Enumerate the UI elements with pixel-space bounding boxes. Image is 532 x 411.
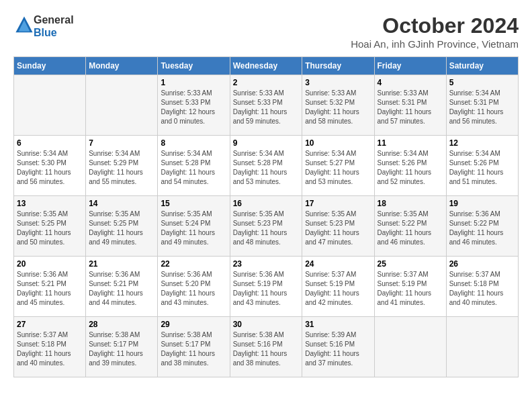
calendar-cell: 5Sunrise: 5:34 AM Sunset: 5:31 PM Daylig… (446, 75, 518, 136)
calendar-cell: 10Sunrise: 5:34 AM Sunset: 5:27 PM Dayli… (302, 136, 374, 196)
calendar-cell: 7Sunrise: 5:34 AM Sunset: 5:29 PM Daylig… (86, 136, 158, 196)
calendar-cell: 21Sunrise: 5:36 AM Sunset: 5:21 PM Dayli… (86, 257, 158, 317)
logo: General Blue (13, 13, 74, 39)
logo-general: General (34, 13, 74, 26)
logo-text: General Blue (34, 13, 74, 39)
calendar-cell: 8Sunrise: 5:34 AM Sunset: 5:28 PM Daylig… (158, 136, 230, 196)
day-number: 1 (161, 78, 226, 87)
calendar-cell: 9Sunrise: 5:34 AM Sunset: 5:28 PM Daylig… (230, 136, 302, 196)
day-number: 7 (89, 138, 154, 148)
calendar-cell (374, 317, 446, 377)
day-number: 15 (161, 199, 226, 208)
calendar-week-5: 27Sunrise: 5:37 AM Sunset: 5:18 PM Dayli… (14, 317, 519, 377)
header-day-tuesday: Tuesday (158, 57, 230, 75)
calendar-cell (14, 75, 86, 136)
calendar-week-2: 6Sunrise: 5:34 AM Sunset: 5:30 PM Daylig… (14, 136, 519, 196)
calendar-cell: 29Sunrise: 5:38 AM Sunset: 5:17 PM Dayli… (158, 317, 230, 377)
calendar-cell: 31Sunrise: 5:39 AM Sunset: 5:16 PM Dayli… (302, 317, 374, 377)
day-detail: Sunrise: 5:33 AM Sunset: 5:31 PM Dayligh… (378, 89, 443, 126)
calendar-cell: 17Sunrise: 5:35 AM Sunset: 5:23 PM Dayli… (302, 196, 374, 257)
generalblue-icon (15, 15, 34, 34)
day-detail: Sunrise: 5:33 AM Sunset: 5:33 PM Dayligh… (161, 89, 226, 126)
calendar-cell: 6Sunrise: 5:34 AM Sunset: 5:30 PM Daylig… (14, 136, 86, 196)
day-detail: Sunrise: 5:34 AM Sunset: 5:27 PM Dayligh… (305, 149, 371, 187)
day-number: 3 (305, 78, 371, 87)
day-number: 2 (233, 78, 300, 87)
calendar-table: SundayMondayTuesdayWednesdayThursdayFrid… (13, 56, 519, 377)
day-number: 9 (233, 138, 300, 148)
day-number: 26 (449, 259, 515, 269)
day-number: 24 (305, 259, 371, 269)
calendar-cell: 3Sunrise: 5:33 AM Sunset: 5:32 PM Daylig… (302, 75, 374, 136)
calendar-body: 1Sunrise: 5:33 AM Sunset: 5:33 PM Daylig… (14, 75, 519, 377)
day-detail: Sunrise: 5:38 AM Sunset: 5:17 PM Dayligh… (89, 330, 154, 368)
day-number: 5 (449, 78, 515, 87)
day-number: 21 (89, 259, 154, 269)
calendar-cell: 22Sunrise: 5:36 AM Sunset: 5:20 PM Dayli… (158, 257, 230, 317)
day-number: 8 (161, 138, 226, 148)
calendar-cell: 11Sunrise: 5:34 AM Sunset: 5:26 PM Dayli… (374, 136, 446, 196)
day-number: 28 (89, 320, 154, 329)
day-detail: Sunrise: 5:37 AM Sunset: 5:19 PM Dayligh… (378, 270, 443, 308)
day-detail: Sunrise: 5:34 AM Sunset: 5:31 PM Dayligh… (449, 89, 515, 126)
header-row: SundayMondayTuesdayWednesdayThursdayFrid… (14, 57, 519, 75)
day-number: 12 (449, 138, 515, 148)
day-detail: Sunrise: 5:35 AM Sunset: 5:24 PM Dayligh… (161, 210, 226, 247)
day-number: 14 (89, 199, 154, 208)
calendar-cell: 30Sunrise: 5:38 AM Sunset: 5:16 PM Dayli… (230, 317, 302, 377)
calendar-cell: 18Sunrise: 5:35 AM Sunset: 5:22 PM Dayli… (374, 196, 446, 257)
day-number: 27 (17, 320, 83, 329)
day-number: 17 (305, 199, 371, 208)
day-detail: Sunrise: 5:39 AM Sunset: 5:16 PM Dayligh… (305, 330, 371, 368)
calendar-cell: 15Sunrise: 5:35 AM Sunset: 5:24 PM Dayli… (158, 196, 230, 257)
day-detail: Sunrise: 5:35 AM Sunset: 5:25 PM Dayligh… (17, 210, 83, 247)
day-number: 19 (449, 199, 515, 208)
day-detail: Sunrise: 5:38 AM Sunset: 5:16 PM Dayligh… (233, 330, 300, 368)
calendar-week-4: 20Sunrise: 5:36 AM Sunset: 5:21 PM Dayli… (14, 257, 519, 317)
day-detail: Sunrise: 5:36 AM Sunset: 5:21 PM Dayligh… (89, 270, 154, 308)
calendar-cell (446, 317, 518, 377)
calendar-week-3: 13Sunrise: 5:35 AM Sunset: 5:25 PM Dayli… (14, 196, 519, 257)
calendar-cell: 4Sunrise: 5:33 AM Sunset: 5:31 PM Daylig… (374, 75, 446, 136)
page-header: General Blue October 2024 Hoai An, inh G… (13, 13, 519, 50)
calendar-cell: 2Sunrise: 5:33 AM Sunset: 5:33 PM Daylig… (230, 75, 302, 136)
calendar-week-1: 1Sunrise: 5:33 AM Sunset: 5:33 PM Daylig… (14, 75, 519, 136)
day-detail: Sunrise: 5:36 AM Sunset: 5:20 PM Dayligh… (161, 270, 226, 308)
day-detail: Sunrise: 5:34 AM Sunset: 5:28 PM Dayligh… (233, 149, 300, 187)
day-number: 18 (378, 199, 443, 208)
calendar-cell: 16Sunrise: 5:35 AM Sunset: 5:23 PM Dayli… (230, 196, 302, 257)
day-detail: Sunrise: 5:34 AM Sunset: 5:26 PM Dayligh… (378, 149, 443, 187)
day-number: 23 (233, 259, 300, 269)
logo-blue: Blue (34, 26, 74, 39)
day-detail: Sunrise: 5:33 AM Sunset: 5:33 PM Dayligh… (233, 89, 300, 126)
location-subtitle: Hoai An, inh GJinh Province, Vietnam (351, 38, 519, 50)
day-detail: Sunrise: 5:36 AM Sunset: 5:22 PM Dayligh… (449, 210, 515, 247)
day-number: 10 (305, 138, 371, 148)
day-number: 31 (305, 320, 371, 329)
calendar-cell: 14Sunrise: 5:35 AM Sunset: 5:25 PM Dayli… (86, 196, 158, 257)
calendar-header: SundayMondayTuesdayWednesdayThursdayFrid… (14, 57, 519, 75)
day-detail: Sunrise: 5:37 AM Sunset: 5:18 PM Dayligh… (17, 330, 83, 368)
title-section: October 2024 Hoai An, inh GJinh Province… (351, 13, 519, 50)
calendar-cell (86, 75, 158, 136)
day-number: 25 (378, 259, 443, 269)
day-number: 4 (378, 78, 443, 87)
calendar-cell: 24Sunrise: 5:37 AM Sunset: 5:19 PM Dayli… (302, 257, 374, 317)
header-day-sunday: Sunday (14, 57, 86, 75)
calendar-cell: 25Sunrise: 5:37 AM Sunset: 5:19 PM Dayli… (374, 257, 446, 317)
day-number: 22 (161, 259, 226, 269)
calendar-cell: 28Sunrise: 5:38 AM Sunset: 5:17 PM Dayli… (86, 317, 158, 377)
header-day-thursday: Thursday (302, 57, 374, 75)
calendar-cell: 13Sunrise: 5:35 AM Sunset: 5:25 PM Dayli… (14, 196, 86, 257)
header-day-saturday: Saturday (446, 57, 518, 75)
day-number: 16 (233, 199, 300, 208)
day-detail: Sunrise: 5:34 AM Sunset: 5:30 PM Dayligh… (17, 149, 83, 187)
day-detail: Sunrise: 5:37 AM Sunset: 5:19 PM Dayligh… (305, 270, 371, 308)
day-detail: Sunrise: 5:34 AM Sunset: 5:29 PM Dayligh… (89, 149, 154, 187)
day-number: 20 (17, 259, 83, 269)
calendar-cell: 12Sunrise: 5:34 AM Sunset: 5:26 PM Dayli… (446, 136, 518, 196)
calendar-cell: 19Sunrise: 5:36 AM Sunset: 5:22 PM Dayli… (446, 196, 518, 257)
header-day-friday: Friday (374, 57, 446, 75)
day-detail: Sunrise: 5:36 AM Sunset: 5:19 PM Dayligh… (233, 270, 300, 308)
header-day-monday: Monday (86, 57, 158, 75)
